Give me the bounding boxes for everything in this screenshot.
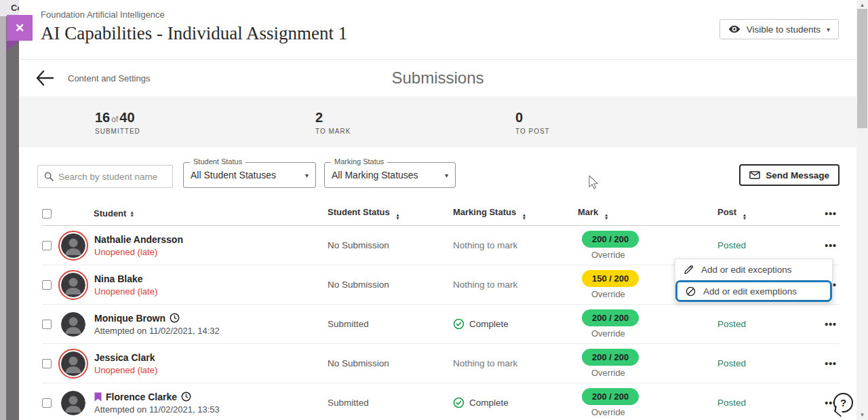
marking-status-cell: Nothing to mark — [453, 240, 575, 250]
avatar — [61, 391, 85, 415]
send-message-label: Send Message — [766, 170, 829, 180]
content-and-settings-link[interactable]: Content and Settings — [68, 73, 150, 83]
post-status-link[interactable]: Posted — [717, 240, 746, 250]
table-row: Florence Clarke Attempted on 11/02/2021,… — [42, 383, 840, 420]
to-post-label: TO POST — [515, 127, 550, 134]
mark-pill[interactable]: 200 / 200 — [582, 388, 639, 405]
row-options-menu-icon[interactable]: ••• — [825, 319, 837, 330]
column-header-student-status[interactable]: Student Status ▲▼ — [328, 207, 453, 220]
column-header-mark[interactable]: Mark ▲▼ — [575, 207, 711, 220]
search-input[interactable] — [58, 172, 166, 182]
row-checkbox[interactable] — [42, 359, 52, 368]
chevron-down-icon: ▾ — [305, 172, 309, 179]
menu-item-add-exemptions[interactable]: Add or edit exemptions — [675, 280, 832, 302]
sort-icon: ▲▼ — [130, 210, 134, 217]
stat-to-post: 0 TO POST — [515, 109, 550, 134]
student-status-dropdown[interactable]: Student Status All Student Statuses ▾ — [183, 162, 316, 188]
toolbar: Student Status All Student Statuses ▾ Ma… — [19, 162, 856, 192]
search-box[interactable] — [37, 165, 173, 188]
close-tag-fold — [7, 41, 20, 50]
submission-status-text: Attempted on 11/02/2021, 14:32 — [94, 326, 220, 336]
marking-status-cell: Nothing to mark — [453, 280, 575, 290]
row-options-menu-icon[interactable]: ••• — [825, 358, 837, 369]
mark-pill[interactable]: 200 / 200 — [582, 309, 639, 326]
sort-icon: ▲▼ — [395, 213, 399, 220]
clock-icon — [170, 313, 180, 323]
post-status-link[interactable]: Posted — [717, 358, 746, 368]
mark-pill[interactable]: 200 / 200 — [582, 349, 639, 366]
table-row: Jessica Clark Unopened (late) No Submiss… — [42, 344, 840, 383]
student-name-link[interactable]: Jessica Clark — [94, 352, 155, 363]
row-checkbox[interactable] — [42, 280, 52, 290]
override-label: Override — [591, 328, 711, 339]
close-icon: ✕ — [15, 21, 24, 35]
background-page-fragment: Co — [0, 0, 19, 16]
marking-status-dropdown-label: Marking Status — [331, 157, 387, 166]
submissions-panel: Foundation Artificial Intelligence AI Ca… — [19, 0, 856, 420]
student-status-cell: No Submission — [328, 280, 453, 290]
chevron-down-icon: ▾ — [827, 26, 830, 33]
column-header-marking-status[interactable]: Marking Status ▲▼ — [453, 207, 575, 220]
stat-submitted: 16of40 SUBMITTED — [95, 109, 140, 134]
row-checkbox[interactable] — [42, 241, 52, 250]
column-header-student[interactable]: Student ▲▼ — [61, 208, 328, 218]
table-options-menu-icon[interactable]: ••• — [825, 208, 837, 219]
marking-status-cell: Complete — [469, 319, 509, 329]
visible-to-students-label: Visible to students — [747, 24, 821, 35]
scrollbar-thumb[interactable] — [857, 9, 867, 128]
check-circle-icon — [453, 318, 465, 330]
accommodation-flag-icon — [94, 392, 102, 402]
student-name-link[interactable]: Florence Clarke — [106, 392, 177, 402]
question-icon: ? — [840, 397, 846, 408]
check-circle-icon — [453, 397, 465, 408]
marking-status-cell: Nothing to mark — [453, 358, 575, 368]
student-name-link[interactable]: Nina Blake — [94, 273, 143, 284]
send-message-button[interactable]: Send Message — [739, 164, 840, 186]
student-status-cell: Submitted — [328, 398, 453, 408]
mark-pill[interactable]: 200 / 200 — [582, 231, 639, 248]
sort-icon: ▲▼ — [522, 213, 526, 220]
column-header-post[interactable]: Post ▲▼ — [711, 207, 812, 220]
sort-icon: ▲▼ — [743, 213, 747, 220]
close-panel-button[interactable]: ✕ — [7, 15, 33, 41]
help-button[interactable]: ? — [833, 393, 854, 414]
post-status-link[interactable]: Posted — [717, 398, 746, 408]
student-name-link[interactable]: Monique Brown — [94, 313, 165, 324]
student-status-cell: Submitted — [328, 319, 453, 329]
student-status-dropdown-label: Student Status — [190, 157, 245, 166]
sort-icon: ▲▼ — [604, 213, 608, 220]
student-status-cell: No Submission — [328, 240, 453, 250]
visible-to-students-button[interactable]: Visible to students ▾ — [719, 19, 839, 39]
scroll-up-icon[interactable]: ▲ — [856, 2, 868, 8]
menu-item-add-exceptions[interactable]: Add or edit exceptions — [675, 259, 832, 280]
stat-to-mark: 2 TO MARK — [315, 109, 351, 134]
select-all-checkbox[interactable] — [42, 209, 52, 218]
submission-status-text: Attempted on 11/02/2021, 13:53 — [94, 404, 220, 415]
eye-icon — [728, 24, 741, 34]
scrollbar[interactable]: ▲ ▼ — [856, 0, 868, 420]
row-checkbox[interactable] — [42, 398, 52, 408]
post-status-link[interactable]: Posted — [717, 319, 746, 329]
sub-header: Content and Settings Submissions — [19, 60, 856, 96]
of-label: of — [110, 114, 119, 123]
background-page-scrim: Co — [0, 0, 19, 420]
scroll-down-icon[interactable]: ▼ — [856, 412, 868, 418]
to-mark-label: TO MARK — [315, 127, 351, 134]
table-header-row: Student ▲▼ Student Status ▲▼ Marking Sta… — [42, 202, 840, 226]
course-name: Foundation Artificial Intelligence — [41, 9, 856, 20]
student-status-dropdown-value: All Student Statuses — [191, 170, 305, 180]
row-options-menu-icon[interactable]: ••• — [825, 240, 837, 251]
avatar — [61, 351, 85, 376]
override-label: Override — [591, 407, 711, 417]
mark-pill[interactable]: 150 / 200 — [582, 270, 639, 287]
background-text: Co — [11, 3, 19, 13]
row-checkbox[interactable] — [42, 320, 52, 329]
chevron-down-icon: ▾ — [445, 172, 448, 179]
back-arrow-icon[interactable] — [35, 69, 54, 87]
row-context-menu: Add or edit exceptions Add or edit exemp… — [675, 259, 833, 303]
avatar — [61, 273, 85, 297]
student-name-link[interactable]: Nathalie Andersson — [94, 234, 183, 245]
marking-status-cell: Complete — [469, 398, 509, 408]
envelope-icon — [749, 171, 760, 179]
marking-status-dropdown[interactable]: Marking Status All Marking Statuses ▾ — [324, 162, 456, 188]
